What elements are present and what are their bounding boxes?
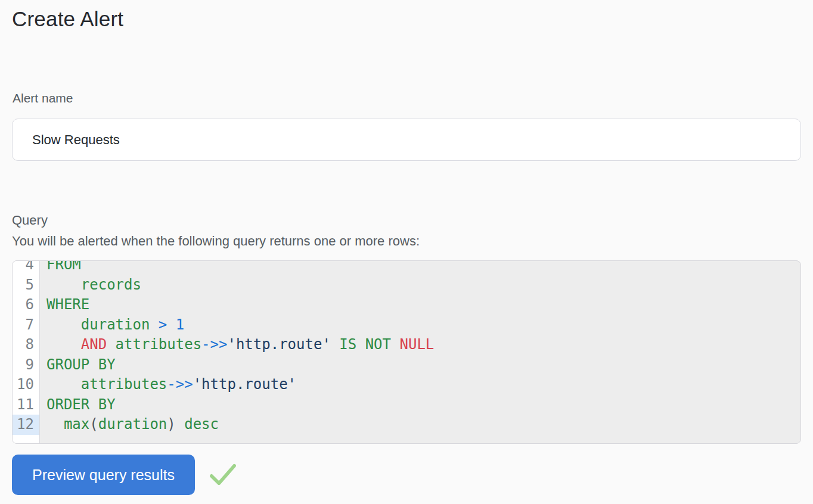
line-number: 4	[13, 260, 39, 275]
line-number: 7	[13, 315, 39, 335]
code-line: ORDER BY	[40, 395, 800, 415]
editor-code: FROM recordsWHERE duration > 1 AND attri…	[40, 261, 800, 443]
page-title: Create Alert	[12, 0, 801, 33]
query-description: You will be alerted when the following q…	[12, 233, 801, 249]
line-number: 9	[13, 355, 39, 375]
alert-name-label: Alert name	[12, 91, 801, 106]
create-alert-page: Create Alert Alert name Query You will b…	[0, 0, 813, 495]
sql-editor[interactable]: 456789101112 FROM recordsWHERE duration …	[12, 260, 801, 444]
editor-gutter: 456789101112	[13, 261, 40, 443]
alert-name-input[interactable]	[12, 119, 801, 161]
line-number: 12	[13, 415, 39, 435]
check-icon	[209, 463, 237, 487]
line-number: 5	[13, 275, 39, 295]
code-line: records	[40, 275, 800, 295]
editor-code-lines: FROM recordsWHERE duration > 1 AND attri…	[40, 261, 800, 435]
code-line: GROUP BY	[40, 355, 800, 375]
line-number: 10	[13, 375, 39, 395]
query-label: Query	[12, 213, 801, 228]
editor-gutter-lines: 456789101112	[13, 260, 39, 435]
code-line: attributes->>'http.route'	[40, 375, 800, 395]
code-line: max(duration) desc	[40, 415, 800, 435]
code-line: duration > 1	[40, 315, 800, 335]
line-number: 11	[13, 395, 39, 415]
code-line: FROM	[40, 261, 800, 275]
actions-row: Preview query results	[12, 455, 801, 495]
code-line: WHERE	[40, 295, 800, 315]
code-line: AND attributes->>'http.route' IS NOT NUL…	[40, 335, 800, 355]
line-number: 8	[13, 335, 39, 355]
line-number: 6	[13, 295, 39, 315]
preview-query-results-button[interactable]: Preview query results	[12, 455, 195, 495]
